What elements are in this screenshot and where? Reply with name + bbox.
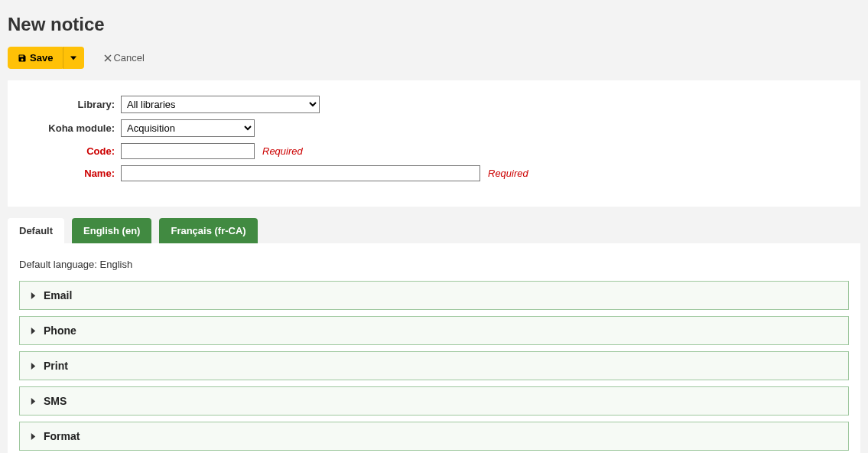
cancel-button-label: Cancel [113,52,144,64]
accordion-sms[interactable]: SMS [19,386,849,416]
cancel-button[interactable]: Cancel [95,47,153,68]
accordion-label: Print [44,360,68,372]
code-row: Code: Required [23,143,845,159]
save-icon [18,54,27,63]
name-input[interactable] [121,165,480,181]
close-icon [104,54,112,62]
library-select[interactable]: All libraries [121,96,320,113]
code-label: Code: [23,145,115,157]
default-language-value: English [100,259,133,270]
page-title: New notice [8,14,860,35]
accordion-label: Email [44,289,72,301]
library-label: Library: [23,99,115,110]
save-button-group: Save [8,47,84,69]
accordion-label: Phone [44,324,76,337]
code-input[interactable] [121,143,255,159]
library-row: Library: All libraries [23,96,845,113]
name-row: Name: Required [23,165,845,181]
default-language-line: Default language: English [19,259,849,270]
caret-right-icon [31,398,36,405]
module-row: Koha module: Acquisition [23,119,845,137]
caret-right-icon [31,292,36,299]
toolbar: Save Cancel [8,47,860,69]
save-dropdown-toggle[interactable] [63,47,84,69]
form-panel: Library: All libraries Koha module: Acqu… [8,80,860,207]
tab-english[interactable]: English (en) [72,218,151,243]
save-button[interactable]: Save [8,47,63,69]
accordion-label: SMS [44,395,67,407]
accordion-phone[interactable]: Phone [19,316,849,345]
required-hint: Required [262,145,303,157]
tab-francais[interactable]: Français (fr-CA) [159,218,257,243]
accordion-label: Format [44,430,80,442]
tab-list: Default English (en) Français (fr-CA) [8,218,860,243]
tab-panel: Default language: English Email Phone Pr… [8,243,860,453]
accordion-print[interactable]: Print [19,351,849,380]
default-language-prefix: Default language: [19,259,100,270]
required-hint: Required [488,168,528,179]
accordion-email[interactable]: Email [19,281,849,310]
caret-right-icon [31,363,36,370]
caret-down-icon [70,55,76,61]
module-select[interactable]: Acquisition [121,119,255,137]
module-label: Koha module: [23,122,115,134]
name-label: Name: [23,168,115,179]
tab-default[interactable]: Default [8,218,64,243]
tabs-container: Default English (en) Français (fr-CA) De… [8,218,860,453]
caret-right-icon [31,328,36,334]
accordion-format[interactable]: Format [19,422,849,451]
save-button-label: Save [30,52,53,64]
caret-right-icon [31,433,36,440]
